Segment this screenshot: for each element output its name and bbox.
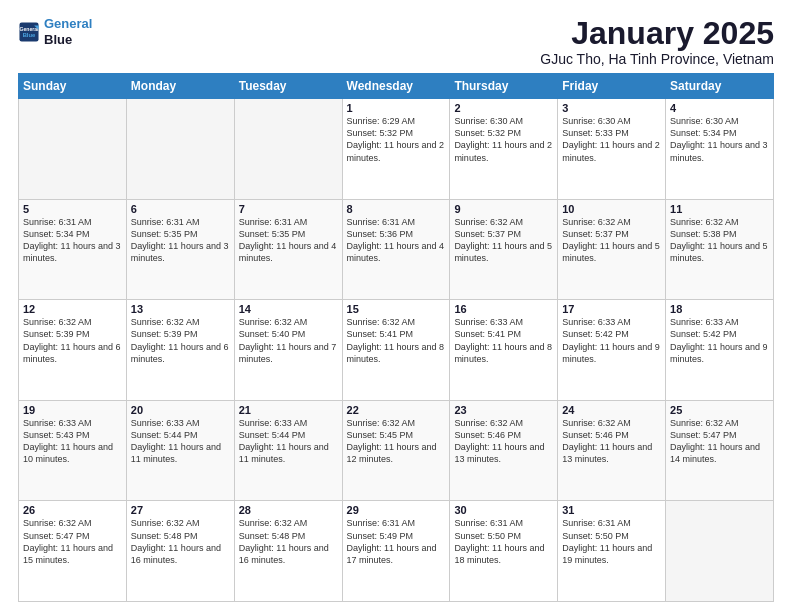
day-info: Sunrise: 6:32 AM Sunset: 5:46 PM Dayligh…: [562, 417, 661, 466]
day-info: Sunrise: 6:30 AM Sunset: 5:32 PM Dayligh…: [454, 115, 553, 164]
col-thursday: Thursday: [450, 74, 558, 99]
calendar-cell: 5Sunrise: 6:31 AM Sunset: 5:34 PM Daylig…: [19, 199, 127, 300]
day-number: 3: [562, 102, 661, 114]
logo-area: General Blue General Blue: [18, 16, 92, 47]
day-number: 23: [454, 404, 553, 416]
day-number: 18: [670, 303, 769, 315]
col-monday: Monday: [126, 74, 234, 99]
col-sunday: Sunday: [19, 74, 127, 99]
day-info: Sunrise: 6:32 AM Sunset: 5:46 PM Dayligh…: [454, 417, 553, 466]
calendar-cell: 17Sunrise: 6:33 AM Sunset: 5:42 PM Dayli…: [558, 300, 666, 401]
calendar-cell: 12Sunrise: 6:32 AM Sunset: 5:39 PM Dayli…: [19, 300, 127, 401]
calendar-cell: 30Sunrise: 6:31 AM Sunset: 5:50 PM Dayli…: [450, 501, 558, 602]
day-info: Sunrise: 6:30 AM Sunset: 5:33 PM Dayligh…: [562, 115, 661, 164]
col-tuesday: Tuesday: [234, 74, 342, 99]
calendar-cell: [19, 99, 127, 200]
day-info: Sunrise: 6:33 AM Sunset: 5:41 PM Dayligh…: [454, 316, 553, 365]
day-number: 14: [239, 303, 338, 315]
calendar-cell: 22Sunrise: 6:32 AM Sunset: 5:45 PM Dayli…: [342, 400, 450, 501]
day-info: Sunrise: 6:32 AM Sunset: 5:37 PM Dayligh…: [454, 216, 553, 265]
col-saturday: Saturday: [666, 74, 774, 99]
calendar-cell: 26Sunrise: 6:32 AM Sunset: 5:47 PM Dayli…: [19, 501, 127, 602]
day-number: 5: [23, 203, 122, 215]
day-number: 4: [670, 102, 769, 114]
day-number: 16: [454, 303, 553, 315]
day-number: 6: [131, 203, 230, 215]
day-number: 21: [239, 404, 338, 416]
header: General Blue General Blue January 2025 G…: [18, 16, 774, 67]
day-number: 1: [347, 102, 446, 114]
day-number: 15: [347, 303, 446, 315]
day-info: Sunrise: 6:33 AM Sunset: 5:42 PM Dayligh…: [670, 316, 769, 365]
day-number: 12: [23, 303, 122, 315]
calendar-cell: 20Sunrise: 6:33 AM Sunset: 5:44 PM Dayli…: [126, 400, 234, 501]
day-info: Sunrise: 6:33 AM Sunset: 5:44 PM Dayligh…: [239, 417, 338, 466]
calendar-cell: 7Sunrise: 6:31 AM Sunset: 5:35 PM Daylig…: [234, 199, 342, 300]
calendar-cell: 24Sunrise: 6:32 AM Sunset: 5:46 PM Dayli…: [558, 400, 666, 501]
day-info: Sunrise: 6:32 AM Sunset: 5:45 PM Dayligh…: [347, 417, 446, 466]
day-info: Sunrise: 6:32 AM Sunset: 5:47 PM Dayligh…: [23, 517, 122, 566]
day-number: 13: [131, 303, 230, 315]
day-info: Sunrise: 6:33 AM Sunset: 5:43 PM Dayligh…: [23, 417, 122, 466]
calendar-cell: 27Sunrise: 6:32 AM Sunset: 5:48 PM Dayli…: [126, 501, 234, 602]
calendar-week-4: 26Sunrise: 6:32 AM Sunset: 5:47 PM Dayli…: [19, 501, 774, 602]
day-number: 2: [454, 102, 553, 114]
calendar-week-3: 19Sunrise: 6:33 AM Sunset: 5:43 PM Dayli…: [19, 400, 774, 501]
day-info: Sunrise: 6:31 AM Sunset: 5:50 PM Dayligh…: [562, 517, 661, 566]
logo-text: General Blue: [44, 16, 92, 47]
calendar-cell: 23Sunrise: 6:32 AM Sunset: 5:46 PM Dayli…: [450, 400, 558, 501]
calendar-cell: 29Sunrise: 6:31 AM Sunset: 5:49 PM Dayli…: [342, 501, 450, 602]
calendar-cell: 3Sunrise: 6:30 AM Sunset: 5:33 PM Daylig…: [558, 99, 666, 200]
day-info: Sunrise: 6:29 AM Sunset: 5:32 PM Dayligh…: [347, 115, 446, 164]
day-number: 8: [347, 203, 446, 215]
day-number: 25: [670, 404, 769, 416]
calendar-cell: 10Sunrise: 6:32 AM Sunset: 5:37 PM Dayli…: [558, 199, 666, 300]
day-info: Sunrise: 6:32 AM Sunset: 5:39 PM Dayligh…: [23, 316, 122, 365]
calendar-cell: 9Sunrise: 6:32 AM Sunset: 5:37 PM Daylig…: [450, 199, 558, 300]
day-info: Sunrise: 6:32 AM Sunset: 5:47 PM Dayligh…: [670, 417, 769, 466]
day-number: 9: [454, 203, 553, 215]
header-row: Sunday Monday Tuesday Wednesday Thursday…: [19, 74, 774, 99]
calendar-cell: 19Sunrise: 6:33 AM Sunset: 5:43 PM Dayli…: [19, 400, 127, 501]
day-info: Sunrise: 6:32 AM Sunset: 5:41 PM Dayligh…: [347, 316, 446, 365]
calendar-cell: 18Sunrise: 6:33 AM Sunset: 5:42 PM Dayli…: [666, 300, 774, 401]
calendar-cell: 4Sunrise: 6:30 AM Sunset: 5:34 PM Daylig…: [666, 99, 774, 200]
day-number: 31: [562, 504, 661, 516]
calendar-cell: 16Sunrise: 6:33 AM Sunset: 5:41 PM Dayli…: [450, 300, 558, 401]
day-info: Sunrise: 6:33 AM Sunset: 5:44 PM Dayligh…: [131, 417, 230, 466]
day-info: Sunrise: 6:31 AM Sunset: 5:36 PM Dayligh…: [347, 216, 446, 265]
day-number: 19: [23, 404, 122, 416]
logo-icon: General Blue: [18, 21, 40, 43]
day-info: Sunrise: 6:32 AM Sunset: 5:40 PM Dayligh…: [239, 316, 338, 365]
calendar-cell: 28Sunrise: 6:32 AM Sunset: 5:48 PM Dayli…: [234, 501, 342, 602]
calendar-cell: 2Sunrise: 6:30 AM Sunset: 5:32 PM Daylig…: [450, 99, 558, 200]
calendar-cell: 31Sunrise: 6:31 AM Sunset: 5:50 PM Dayli…: [558, 501, 666, 602]
calendar-week-1: 5Sunrise: 6:31 AM Sunset: 5:34 PM Daylig…: [19, 199, 774, 300]
col-wednesday: Wednesday: [342, 74, 450, 99]
day-info: Sunrise: 6:32 AM Sunset: 5:48 PM Dayligh…: [239, 517, 338, 566]
title-area: January 2025 GJuc Tho, Ha Tinh Province,…: [540, 16, 774, 67]
calendar-table: Sunday Monday Tuesday Wednesday Thursday…: [18, 73, 774, 602]
day-number: 28: [239, 504, 338, 516]
day-info: Sunrise: 6:31 AM Sunset: 5:50 PM Dayligh…: [454, 517, 553, 566]
day-number: 29: [347, 504, 446, 516]
day-info: Sunrise: 6:31 AM Sunset: 5:35 PM Dayligh…: [239, 216, 338, 265]
day-info: Sunrise: 6:33 AM Sunset: 5:42 PM Dayligh…: [562, 316, 661, 365]
day-info: Sunrise: 6:31 AM Sunset: 5:34 PM Dayligh…: [23, 216, 122, 265]
day-info: Sunrise: 6:32 AM Sunset: 5:38 PM Dayligh…: [670, 216, 769, 265]
calendar-cell: 13Sunrise: 6:32 AM Sunset: 5:39 PM Dayli…: [126, 300, 234, 401]
day-info: Sunrise: 6:31 AM Sunset: 5:35 PM Dayligh…: [131, 216, 230, 265]
col-friday: Friday: [558, 74, 666, 99]
calendar-subtitle: GJuc Tho, Ha Tinh Province, Vietnam: [540, 51, 774, 67]
day-number: 11: [670, 203, 769, 215]
calendar-cell: 21Sunrise: 6:33 AM Sunset: 5:44 PM Dayli…: [234, 400, 342, 501]
calendar-cell: [234, 99, 342, 200]
calendar-cell: 8Sunrise: 6:31 AM Sunset: 5:36 PM Daylig…: [342, 199, 450, 300]
day-info: Sunrise: 6:32 AM Sunset: 5:48 PM Dayligh…: [131, 517, 230, 566]
day-info: Sunrise: 6:31 AM Sunset: 5:49 PM Dayligh…: [347, 517, 446, 566]
calendar-cell: 1Sunrise: 6:29 AM Sunset: 5:32 PM Daylig…: [342, 99, 450, 200]
day-number: 27: [131, 504, 230, 516]
page: General Blue General Blue January 2025 G…: [0, 0, 792, 612]
day-number: 20: [131, 404, 230, 416]
calendar-cell: 25Sunrise: 6:32 AM Sunset: 5:47 PM Dayli…: [666, 400, 774, 501]
